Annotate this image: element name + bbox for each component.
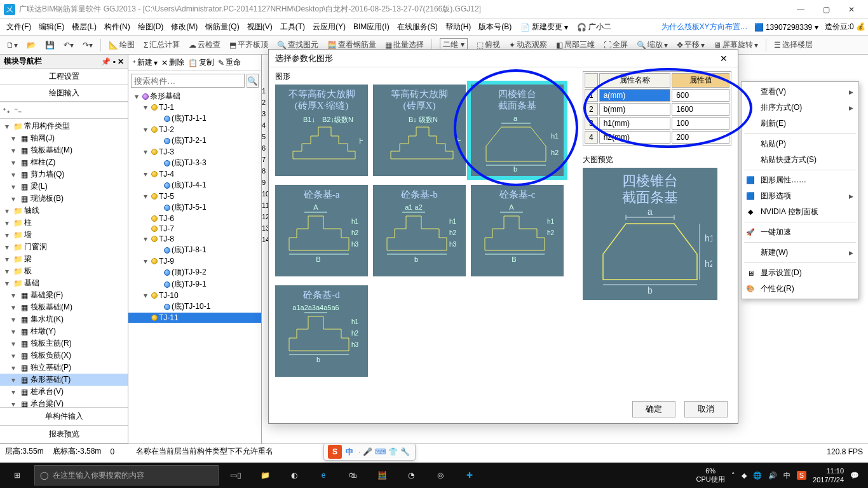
tray-network-icon[interactable]: 🌐 (753, 471, 762, 480)
app-icon-3[interactable]: 🧮 (367, 463, 397, 488)
start-button[interactable]: ⊞ (3, 463, 32, 488)
copy-component-button[interactable]: 📋 复制 (188, 57, 214, 68)
nav-tree-item[interactable]: ▾📁轴线 (0, 205, 128, 217)
nav-tree-item[interactable]: ▾▦桩承台(V) (0, 386, 128, 398)
clock[interactable]: 11:102017/7/24 (813, 466, 844, 484)
flush-top-button[interactable]: ⬒ 平齐板顶 (227, 38, 271, 51)
context-menu-item[interactable]: 🚀一键加速 (742, 224, 858, 240)
ime-icon[interactable]: ⌨ (375, 447, 386, 456)
ok-button[interactable]: 确定 (632, 401, 675, 417)
context-menu-item[interactable]: 🎨个性化(R) (742, 281, 858, 297)
nav-tree-item[interactable]: ▾▦柱墩(Y) (0, 325, 128, 337)
nav-tree-item[interactable]: ▾📁基础 (0, 277, 128, 289)
delete-component-button[interactable]: ✕ 删除 (161, 57, 184, 68)
component-tree-item[interactable]: TJ-7 (128, 224, 261, 234)
tab-project-settings[interactable]: 工程设置 (0, 69, 128, 85)
component-tree-item[interactable]: ▾ TJ-2 (128, 125, 261, 135)
nav-tree-item[interactable]: ▾📁柱 (0, 217, 128, 229)
nav-tree-item[interactable]: ▾▦框柱(Z) (0, 156, 128, 168)
nav-tree-item[interactable]: ▾▦筏板基础(M) (0, 301, 128, 313)
ime-icon[interactable]: 🎤 (363, 447, 372, 456)
expand-icon[interactable]: ⁺₊ (3, 106, 10, 115)
coin-badge[interactable]: 造价豆:0 💰 (825, 22, 865, 32)
component-tree-item[interactable]: ▾ TJ-8 (128, 234, 261, 244)
shape-option[interactable]: 砼条基-da1a2a3a4a5a6h1h2h3b (275, 285, 368, 377)
menu-item[interactable]: 在线服务(S) (393, 20, 442, 33)
component-tree-item[interactable]: (底)TJ-9-1 (128, 278, 261, 290)
cpu-widget[interactable]: 6%CPU使用 (696, 467, 724, 484)
menu-item[interactable]: 修改(M) (167, 20, 201, 33)
new-change-button[interactable]: 📄 新建变更 ▾ (517, 20, 572, 34)
tray-sogou-icon[interactable]: S (797, 471, 806, 480)
component-tree-item[interactable]: ▾ TJ-10 (128, 290, 261, 301)
menu-item[interactable]: 构件(N) (100, 20, 134, 33)
dialog-close-button[interactable]: ✕ (716, 53, 731, 64)
menu-item[interactable]: 帮助(H) (442, 20, 475, 33)
component-tree-item[interactable]: (底)TJ-2-1 (128, 135, 261, 147)
component-tree-item[interactable]: (底)TJ-3-3 (128, 157, 261, 169)
component-tree-item[interactable]: (底)TJ-1-1 (128, 112, 261, 125)
menu-item[interactable]: 视图(V) (243, 20, 276, 33)
ime-lang[interactable]: 中 (346, 447, 353, 458)
undo-icon[interactable]: ↶▾ (61, 39, 76, 51)
report-preview-button[interactable]: 报表预览 (0, 426, 128, 444)
app-icon-4[interactable]: ◔ (397, 463, 426, 488)
menu-item[interactable]: 云应用(Y) (309, 20, 349, 33)
close-button[interactable]: ✕ (839, 1, 864, 18)
taskbar-search[interactable]: ◯ 在这里输入你要搜索的内容 (34, 465, 219, 485)
ime-logo-icon[interactable]: S (328, 445, 342, 459)
component-tree-item[interactable]: TJ-6 (128, 214, 261, 224)
store-icon[interactable]: 🛍 (338, 463, 367, 488)
context-menu-item[interactable]: 刷新(E) (742, 116, 858, 132)
open-icon[interactable]: 📂 (24, 39, 39, 51)
single-input-button[interactable]: 单构件输入 (0, 408, 128, 426)
nav-tree-item[interactable]: ▾📁门窗洞 (0, 241, 128, 253)
menu-item[interactable]: 楼层(L) (68, 20, 100, 33)
nav-tree-item[interactable]: ▾📁梁 (0, 253, 128, 265)
shape-option[interactable]: 四棱锥台截面条基ah1h2b (471, 85, 564, 176)
nav-tree-item[interactable]: ▾▦条形基础(T) (0, 374, 128, 386)
nav-tree-item[interactable]: ▾▦承台梁(V) (0, 398, 128, 407)
taskview-icon[interactable]: ▭▯ (221, 463, 250, 488)
nav-tree-item[interactable]: ▾▦独立基础(P) (0, 362, 128, 374)
menu-item[interactable]: 版本号(B) (475, 20, 515, 33)
nav-tree-item[interactable]: ▾📁板 (0, 265, 128, 277)
tray-volume-icon[interactable]: 🔊 (768, 471, 777, 480)
tray-up-icon[interactable]: ˄ (731, 471, 735, 480)
pin-icon[interactable]: 📌 ▪ ✕ (101, 57, 124, 66)
context-menu-item[interactable]: 🟦图形属性…… (742, 172, 858, 188)
component-tree-item[interactable]: (底)TJ-5-1 (128, 201, 261, 214)
nav-tree-item[interactable]: ▾▦筏板主筋(R) (0, 337, 128, 349)
cloud-check-button[interactable]: ☁ 云检查 (186, 38, 223, 51)
rename-component-button[interactable]: ✎ 重命 (218, 57, 241, 68)
shape-option[interactable]: 等高砖大放脚(砖厚X)B↓ 级数NH (373, 85, 466, 176)
component-tree-item[interactable]: (顶)TJ-9-2 (128, 266, 261, 278)
shape-option[interactable]: 砼条基-ba1 a2h1h2h3b (373, 185, 466, 276)
context-menu-item[interactable]: 粘贴快捷方式(S) (742, 152, 858, 168)
redo-icon[interactable]: ↷▾ (80, 39, 95, 51)
nav-tree-item[interactable]: ▾▦剪力墙(Q) (0, 168, 128, 180)
save-icon[interactable]: 💾 (43, 39, 57, 51)
tray-nvidia-icon[interactable]: ◆ (742, 471, 747, 480)
new-icon[interactable]: 🗋▾ (4, 39, 20, 51)
context-menu-item[interactable]: 查看(V)▶ (742, 84, 858, 100)
menu-item[interactable]: 工具(T) (276, 20, 309, 33)
search-input[interactable] (131, 74, 245, 88)
ime-icon[interactable]: 👕 (388, 447, 398, 456)
tray-lang[interactable]: 中 (783, 471, 790, 480)
shape-option[interactable]: 砼条基-aAh1h2h3B (275, 185, 368, 276)
minimize-button[interactable]: — (788, 1, 813, 18)
menu-item[interactable]: 钢筋量(Q) (201, 20, 243, 33)
nav-tree-item[interactable]: ▾▦现浇板(B) (0, 193, 128, 205)
search-button[interactable]: 🔍 (247, 74, 259, 88)
sum-button[interactable]: Σ 汇总计算 (141, 38, 182, 51)
menu-item[interactable]: BIM应用(I) (349, 20, 393, 33)
new-component-button[interactable]: ⁺ 新建 ▾ (132, 57, 158, 68)
menu-item[interactable]: 文件(F) (3, 20, 35, 33)
nav-tree-item[interactable]: ▾📁常用构件类型 (0, 120, 128, 132)
action-center-icon[interactable]: 💬 (850, 471, 859, 480)
component-tree-item[interactable]: ▾ TJ-3 (128, 147, 261, 157)
nav-tree-item[interactable]: ▾📁墙 (0, 229, 128, 241)
component-tree-item[interactable]: ▾ TJ-1 (128, 102, 261, 112)
tip-link[interactable]: 为什么筏板XY方向布置… (661, 22, 748, 32)
